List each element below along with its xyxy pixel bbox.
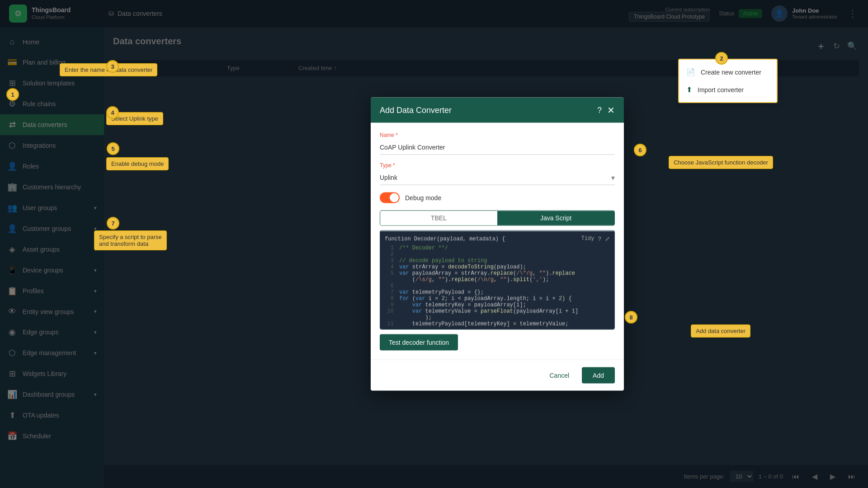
fullscreen-button[interactable]: ⤢ — [605, 235, 610, 242]
annotation-8-circle: 8 — [625, 311, 637, 324]
toggle-thumb — [390, 193, 399, 202]
close-button[interactable]: ✕ — [607, 105, 615, 116]
annotation-6-label: Choose JavaScript function decoder — [669, 156, 773, 169]
annotation-3-circle: 3 — [106, 60, 119, 73]
annotation-4-circle: 4 — [106, 106, 119, 119]
code-line-5b: (/\s/g, "").replace(/\n/g, "").split(','… — [385, 277, 610, 283]
modal-title: Add Data Converter — [380, 105, 452, 115]
code-line-7: 7 var telemetryPayload = {}; — [385, 289, 610, 296]
code-line-10b: ); — [385, 314, 610, 321]
annotation-7-circle: 7 — [107, 217, 119, 230]
type-select[interactable]: Uplink Downlink — [380, 170, 615, 185]
code-editor[interactable]: function Decoder(payload, metadata) { Ti… — [380, 230, 615, 330]
code-editor-header: function Decoder(payload, metadata) { Ti… — [385, 235, 610, 242]
tab-javascript[interactable]: Java Script — [497, 211, 614, 225]
modal-header-actions: ? ✕ — [597, 105, 615, 116]
annotation-2-circle: 2 — [715, 52, 728, 65]
tidy-help-button[interactable]: ? — [598, 235, 601, 242]
code-line-10: 10 var telemetryValue = parseFloat(paylo… — [385, 308, 610, 314]
code-line-5: 5 var payloadArray = strArray.replace(/\… — [385, 270, 610, 277]
add-data-converter-modal: Add Data Converter ? ✕ Name * Type * Upl… — [371, 98, 624, 391]
create-new-converter-item[interactable]: 📄 Create new converter — [679, 63, 777, 81]
code-tabs: TBEL Java Script — [380, 211, 615, 226]
type-label: Type * — [380, 162, 615, 169]
import-converter-icon: ⬆ — [686, 85, 692, 94]
debug-mode-toggle[interactable] — [380, 192, 400, 203]
modal-header: Add Data Converter ? ✕ — [371, 98, 624, 123]
cancel-button[interactable]: Cancel — [542, 367, 576, 384]
test-decoder-button[interactable]: Test decoder function — [380, 334, 458, 351]
type-form-group: Type * Uplink Downlink ▾ — [380, 162, 615, 185]
code-line-3: 3 // decode payload to string — [385, 258, 610, 264]
name-input[interactable] — [380, 140, 615, 155]
annotation-8-label: Add data converter — [691, 324, 750, 338]
help-button[interactable]: ? — [597, 105, 602, 115]
annotation-5-circle: 5 — [107, 142, 119, 155]
code-line-1: 1 /** Decoder **/ — [385, 245, 610, 251]
dropdown-popup: 📄 Create new converter ⬆ Import converte… — [678, 59, 778, 103]
code-line-2: 2 — [385, 251, 610, 258]
debug-row: Debug mode — [380, 192, 615, 203]
type-select-wrapper: Uplink Downlink ▾ — [380, 170, 615, 185]
code-line-8: 8 for (var i = 2; i < payloadArray.lengt… — [385, 296, 610, 302]
import-converter-item[interactable]: ⬆ Import converter — [679, 81, 777, 99]
annotation-7-label: Specify a script to parse and transform … — [94, 230, 167, 250]
code-line-4: 4 var strArray = decodeToString(payload)… — [385, 264, 610, 270]
annotation-5-label: Enable debug mode — [106, 157, 169, 170]
code-line-11: 11 telemetryPayload[telemetryKey] = tele… — [385, 321, 610, 327]
annotation-1-circle: 1 — [6, 88, 19, 101]
add-button[interactable]: Add — [582, 367, 615, 384]
name-label: Name * — [380, 132, 615, 138]
modal-body: Name * Type * Uplink Downlink ▾ — [371, 123, 624, 360]
code-line-6: 6 — [385, 283, 610, 289]
create-converter-icon: 📄 — [686, 68, 695, 76]
code-line-9: 9 var telemetryKey = payloadArray[i]; — [385, 302, 610, 308]
tab-tbel[interactable]: TBEL — [380, 211, 497, 225]
debug-label: Debug mode — [405, 194, 441, 202]
name-form-group: Name * — [380, 132, 615, 155]
modal-footer: Cancel Add — [371, 360, 624, 391]
annotation-6-circle: 6 — [634, 144, 646, 156]
